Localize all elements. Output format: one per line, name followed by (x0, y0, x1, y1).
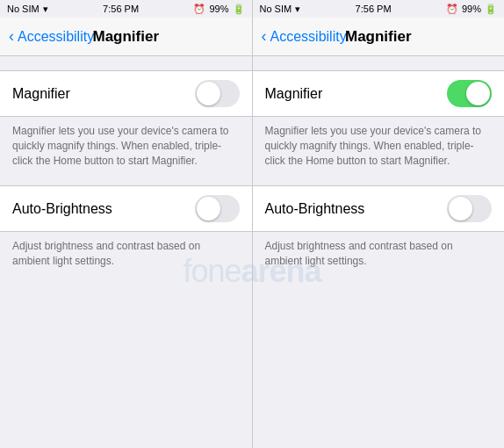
magnifier-toggle-knob-right (466, 82, 490, 105)
magnifier-toggle-left[interactable] (195, 80, 240, 107)
battery-left: 99% (209, 4, 228, 14)
status-bar-left: No SIM ▾ 7:56 PM ⏰ 99% 🔋 (0, 0, 252, 18)
chevron-left-icon: ‹ (9, 27, 14, 46)
auto-brightness-cell-left: Auto-Brightness (0, 185, 252, 232)
content-area: Magnifier Magnifier lets you use your de… (0, 56, 504, 448)
auto-brightness-toggle-knob-left (197, 197, 220, 220)
magnifier-group-right: Magnifier Magnifier lets you use your de… (253, 70, 505, 171)
magnifier-cell-right: Magnifier (253, 70, 505, 117)
magnifier-label-left: Magnifier (12, 86, 70, 102)
nav-title-left: Magnifier (92, 28, 159, 46)
auto-brightness-label-right: Auto-Brightness (265, 201, 365, 217)
nav-bar: ‹ Accessibility Magnifier ‹ Accessibilit… (0, 18, 504, 56)
chevron-right-icon: ‹ (262, 27, 267, 46)
auto-brightness-toggle-left[interactable] (195, 195, 240, 222)
auto-brightness-toggle-right[interactable] (447, 195, 492, 222)
auto-brightness-cell-right: Auto-Brightness (253, 185, 505, 232)
back-button-left[interactable]: ‹ Accessibility (9, 27, 94, 46)
time-right: 7:56 PM (356, 4, 392, 14)
auto-brightness-desc-left: Adjust brightness and contrast based on … (0, 232, 252, 272)
magnifier-desc-right: Magnifier lets you use your device's cam… (253, 117, 505, 171)
status-bar-right: No SIM ▾ 7:56 PM ⏰ 99% 🔋 (253, 0, 505, 18)
magnifier-group-left: Magnifier Magnifier lets you use your de… (0, 70, 252, 171)
carrier-left: No SIM (7, 4, 40, 14)
alarm-icon-right: ⏰ (446, 4, 458, 15)
back-label-right: Accessibility (270, 29, 347, 45)
battery-icon-right: 🔋 (485, 4, 497, 15)
back-button-right[interactable]: ‹ Accessibility (262, 27, 347, 46)
magnifier-toggle-knob-left (197, 82, 220, 105)
battery-icon-left: 🔋 (233, 4, 245, 15)
auto-brightness-desc-right: Adjust brightness and contrast based on … (253, 232, 505, 272)
nav-title-right: Magnifier (345, 28, 412, 46)
nav-right: ‹ Accessibility Magnifier (253, 18, 505, 55)
nav-left: ‹ Accessibility Magnifier (0, 18, 252, 55)
auto-brightness-group-right: Auto-Brightness Adjust brightness and co… (253, 185, 505, 272)
left-pane: Magnifier Magnifier lets you use your de… (0, 56, 252, 448)
wifi-icon-right: ▾ (295, 4, 300, 15)
auto-brightness-label-left: Auto-Brightness (12, 201, 112, 217)
battery-right: 99% (462, 4, 481, 14)
alarm-icon-left: ⏰ (193, 4, 205, 15)
back-label-left: Accessibility (18, 29, 94, 45)
magnifier-desc-left: Magnifier lets you use your device's cam… (0, 117, 252, 171)
carrier-right: No SIM (260, 4, 292, 14)
auto-brightness-group-left: Auto-Brightness Adjust brightness and co… (0, 185, 252, 272)
right-pane: Magnifier Magnifier lets you use your de… (253, 56, 505, 448)
wifi-icon-left: ▾ (43, 4, 48, 15)
magnifier-cell-left: Magnifier (0, 70, 252, 117)
status-bar: No SIM ▾ 7:56 PM ⏰ 99% 🔋 No SIM ▾ 7:56 P… (0, 0, 504, 18)
magnifier-toggle-right[interactable] (447, 80, 492, 107)
magnifier-label-right: Magnifier (265, 86, 323, 102)
auto-brightness-toggle-knob-right (449, 197, 472, 220)
time-left: 7:56 PM (103, 4, 139, 14)
